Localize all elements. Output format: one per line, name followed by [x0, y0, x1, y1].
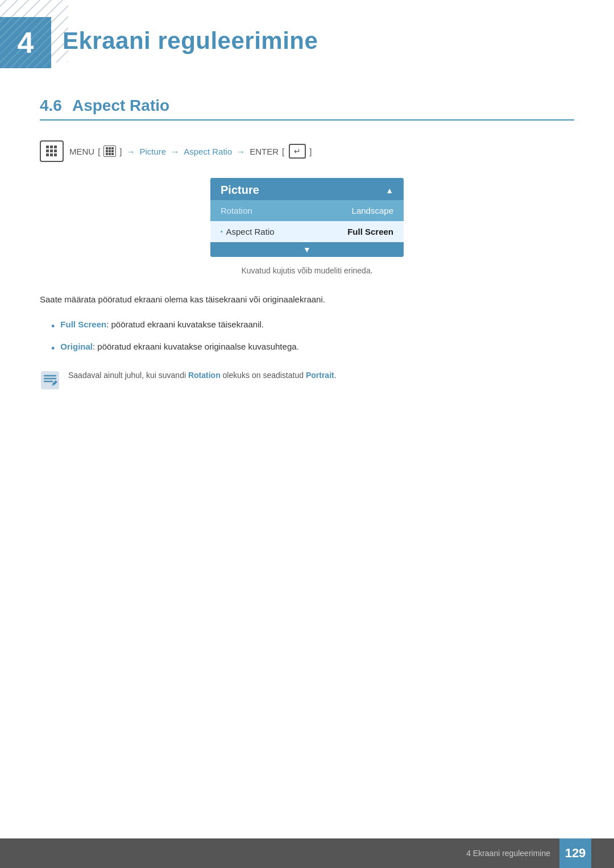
- menu-item-aspect-ratio: • Aspect Ratio Full Screen: [210, 221, 404, 242]
- page-footer: 4 Ekraani reguleerimine 129: [0, 838, 614, 868]
- bullet-list: • Full Screen: pööratud ekraani kuvataks…: [40, 317, 574, 358]
- chapter-header: 4 Ekraani reguleerimine: [0, 0, 614, 80]
- picture-menu: Picture ▲ Rotation Landscape • Aspect Ra…: [210, 178, 404, 257]
- note-portrait-label: Portrait: [306, 371, 334, 380]
- note-icon: [40, 370, 60, 391]
- breadcrumb-link-aspect-ratio: Aspect Ratio: [184, 147, 232, 156]
- aspect-ratio-label: Aspect Ratio: [226, 227, 275, 236]
- fullscreen-description: : pööratud ekraani kuvatakse täisekraani…: [106, 319, 264, 329]
- breadcrumb-link-picture: Picture: [140, 147, 167, 156]
- list-item-original-text: Original: pööratud ekraani kuvatakse ori…: [60, 339, 298, 354]
- aspect-ratio-value: Full Screen: [347, 227, 393, 236]
- list-item-original: • Original: pööratud ekraani kuvatakse o…: [51, 339, 574, 358]
- breadcrumb-arrow-1: →: [127, 147, 135, 156]
- rotation-label: Rotation: [221, 206, 252, 215]
- section-title: Aspect Ratio: [72, 97, 169, 115]
- chapter-title: Ekraani reguleerimine: [63, 17, 318, 55]
- rotation-value: Landscape: [352, 206, 393, 215]
- chapter-number-box: 4: [0, 17, 51, 68]
- bullet-dot-2: •: [51, 340, 55, 358]
- note-box: Saadaval ainult juhul, kui suvandi Rotat…: [40, 369, 574, 391]
- menu-arrow-down-icon: ▼: [303, 245, 311, 254]
- section-heading: 4.6 Aspect Ratio: [40, 97, 574, 121]
- menu-label: MENU: [69, 147, 94, 156]
- main-content: 4.6 Aspect Ratio MENU [: [0, 85, 614, 436]
- note-text: Saadaval ainult juhul, kui suvandi Rotat…: [68, 369, 337, 381]
- picture-menu-header: Picture ▲: [210, 178, 404, 200]
- list-item-fullscreen: • Full Screen: pööratud ekraani kuvataks…: [51, 317, 574, 335]
- list-item-fullscreen-text: Full Screen: pööratud ekraani kuvatakse …: [60, 317, 264, 332]
- menu-item-rotation: Rotation Landscape: [210, 200, 404, 221]
- aspect-ratio-dot: •: [221, 229, 223, 235]
- breadcrumb-arrow-3: →: [237, 147, 245, 156]
- menu-bracket-open: [: [98, 147, 100, 156]
- menu-arrow-up-icon: ▲: [385, 186, 393, 195]
- nav-breadcrumb: MENU [ ] → Picture → Aspect Ratio → ENTE…: [40, 140, 574, 162]
- chapter-number: 4: [18, 26, 34, 60]
- original-term: Original: [60, 342, 93, 351]
- note-rotation-label: Rotation: [188, 371, 221, 380]
- picture-menu-container: Picture ▲ Rotation Landscape • Aspect Ra…: [40, 178, 574, 257]
- footer-page-number: 129: [559, 838, 591, 868]
- footer-chapter-ref: 4 Ekraani reguleerimine: [466, 849, 550, 858]
- original-description: : pööratud ekraani kuvatakse originaalse…: [93, 342, 299, 351]
- note-text-end: .: [334, 371, 337, 380]
- svg-rect-0: [41, 371, 59, 389]
- section-number: 4.6: [40, 97, 62, 115]
- main-description: Saate määrata pööratud ekraani olema kas…: [40, 292, 574, 307]
- fullscreen-term: Full Screen: [60, 319, 106, 329]
- picture-menu-title: Picture: [221, 184, 259, 197]
- bullet-dot-1: •: [51, 318, 55, 335]
- picture-menu-footer: ▼: [210, 242, 404, 257]
- menu-icon: [40, 140, 64, 162]
- enter-label: ENTER: [250, 147, 279, 156]
- menu-bracket-close: ]: [119, 147, 122, 156]
- note-text-middle: olekuks on seadistatud: [221, 371, 306, 380]
- note-text-before: Saadaval ainult juhul, kui suvandi: [68, 371, 188, 380]
- breadcrumb-arrow-2: →: [171, 147, 179, 156]
- menu-caption: Kuvatud kujutis võib mudeliti erineda.: [40, 266, 574, 275]
- enter-icon: ↵: [289, 144, 306, 159]
